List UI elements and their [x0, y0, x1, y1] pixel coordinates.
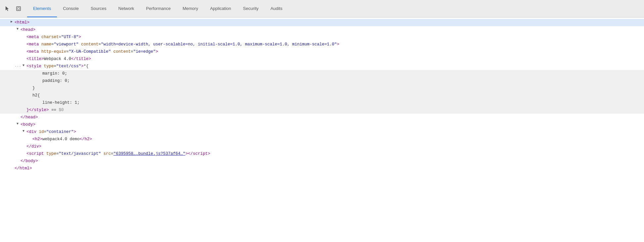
dom-tree: ▶<html>▼<head><meta charset="UTF-8"><met…	[0, 18, 644, 173]
tag-token: </div>	[26, 143, 41, 150]
text-token: *{	[84, 63, 89, 70]
tree-line[interactable]: <meta charset="UTF-8">	[0, 33, 644, 41]
tab-memory[interactable]: Memory	[177, 0, 204, 17]
attr-name-token: type	[44, 63, 54, 70]
tag-token: <style	[26, 63, 44, 70]
tag-token: ></	[185, 151, 193, 157]
tree-line[interactable]: padding: 0;	[0, 77, 644, 85]
text-token: padding: 0;	[32, 78, 70, 84]
text-token: =	[44, 129, 47, 135]
tag-token: </html>	[15, 165, 32, 172]
tag-token: <head>	[21, 27, 35, 33]
tag-token: <body>	[21, 121, 35, 128]
svg-rect-1	[18, 8, 20, 10]
tab-application[interactable]: Application	[204, 0, 237, 17]
attr-value-link-token[interactable]: "6395958….bundle.js?537af64…"	[114, 151, 186, 157]
tree-line[interactable]: ▶<html>	[0, 19, 644, 26]
tree-line[interactable]: ▼<head>	[0, 26, 644, 33]
tab-network[interactable]: Network	[113, 0, 140, 17]
text-token: }	[32, 85, 35, 91]
attr-value-token: "width=device-width, user-scalable=no, i…	[101, 41, 337, 48]
tab-elements[interactable]: Elements	[27, 0, 57, 17]
attr-value-token: "viewport"	[54, 41, 79, 48]
tag-token: <script	[26, 151, 46, 157]
tree-line[interactable]: <meta http-equiv="X-UA-Compatible" conte…	[0, 48, 644, 55]
attr-name-token: name	[41, 41, 51, 48]
text-token: Webpack 4.0	[44, 56, 71, 62]
tab-security[interactable]: Security	[237, 0, 264, 17]
tree-line[interactable]: <script type="text/javascript" src="6395…	[0, 150, 644, 157]
tag-token: <meta	[26, 34, 41, 40]
text-token: =	[59, 34, 62, 40]
tree-line[interactable]: }	[0, 85, 644, 92]
text-token: =	[66, 48, 69, 55]
tag-token: >	[81, 63, 84, 70]
text-token: =	[56, 151, 59, 157]
tree-line[interactable]: ...▼<style type="text/css">*{	[0, 63, 644, 70]
text-token	[79, 41, 81, 48]
attr-name-token: id	[39, 129, 44, 135]
tag-token: <title>	[26, 56, 44, 62]
tree-line[interactable]: ▼<body>	[0, 121, 644, 128]
text-token: h2{	[32, 92, 40, 99]
tree-line[interactable]: </div>	[0, 143, 644, 150]
tag-token: >	[337, 41, 340, 48]
tab-bar: ElementsConsoleSourcesNetworkPerformance…	[0, 0, 644, 18]
text-token: line-height: 1;	[32, 99, 80, 106]
tag-token: <h2>	[32, 136, 42, 143]
tree-line[interactable]: h2{	[0, 92, 644, 99]
tree-line[interactable]: </html>	[0, 165, 644, 172]
tag-token: >	[79, 34, 81, 40]
attr-value-token: "text/javascript"	[59, 151, 101, 157]
text-token: margin: 0;	[32, 70, 67, 77]
text-token: =	[51, 41, 54, 48]
text-token: =	[54, 63, 57, 70]
tab-console[interactable]: Console	[57, 0, 85, 17]
expand-triangle[interactable]: ▶	[11, 19, 15, 25]
tree-line[interactable]: }</style> == $0	[0, 106, 644, 114]
tree-line[interactable]: line-height: 1;	[0, 99, 644, 106]
tag-token: </h2>	[80, 136, 92, 143]
tree-line[interactable]: <h2>webpack4.0 demo</h2>	[0, 136, 644, 143]
expand-triangle[interactable]: ▼	[23, 129, 26, 134]
tag-token: script>	[193, 151, 210, 157]
tree-line[interactable]: ▼<div id="container">	[0, 128, 644, 136]
attr-name-token: http-equiv	[41, 48, 66, 55]
tag-token: <html>	[15, 19, 29, 26]
tree-line[interactable]: <title>Webpack 4.0</title>	[0, 55, 644, 63]
tree-line[interactable]: </body>	[0, 157, 644, 165]
expand-triangle[interactable]: ▼	[17, 121, 21, 127]
tag-token: <meta	[26, 41, 41, 48]
tab-list: ElementsConsoleSourcesNetworkPerformance…	[27, 0, 288, 17]
svg-rect-0	[17, 7, 21, 11]
tag-token: }	[26, 107, 29, 113]
attr-name-token: content	[114, 48, 131, 55]
text-token: webpack4.0 demo	[42, 136, 80, 143]
tag-token: </head>	[21, 114, 38, 121]
attr-value-token: "UTF-8"	[61, 34, 79, 40]
text-token	[111, 48, 114, 55]
attr-name-token: charset	[41, 34, 59, 40]
content-area: ▶<html>▼<head><meta charset="UTF-8"><met…	[0, 18, 644, 242]
expand-triangle[interactable]: ▼	[17, 27, 21, 32]
attr-value-token: "ie=edge"	[133, 48, 156, 55]
tag-token: </title>	[71, 56, 91, 62]
attr-name-token: src	[104, 151, 111, 157]
tab-audits[interactable]: Audits	[264, 0, 288, 17]
attr-value-token: "text/css"	[56, 63, 81, 70]
text-token: =	[99, 41, 101, 48]
box-model-icon[interactable]	[14, 4, 23, 13]
tab-performance[interactable]: Performance	[140, 0, 176, 17]
tree-line[interactable]: </head>	[0, 114, 644, 121]
cursor-icon[interactable]	[3, 4, 12, 13]
tab-sources[interactable]: Sources	[85, 0, 113, 17]
tag-token: <meta	[26, 48, 41, 55]
expand-dots[interactable]: ...	[15, 63, 21, 69]
attr-value-token: "X-UA-Compatible"	[69, 48, 111, 55]
expand-triangle[interactable]: ▼	[23, 63, 26, 68]
toolbar-icons	[3, 4, 23, 13]
attr-value-token: "container"	[46, 129, 74, 135]
tree-line[interactable]: <meta name="viewport" content="width=dev…	[0, 41, 644, 48]
text-token: =	[131, 48, 133, 55]
tree-line[interactable]: margin: 0;	[0, 70, 644, 77]
